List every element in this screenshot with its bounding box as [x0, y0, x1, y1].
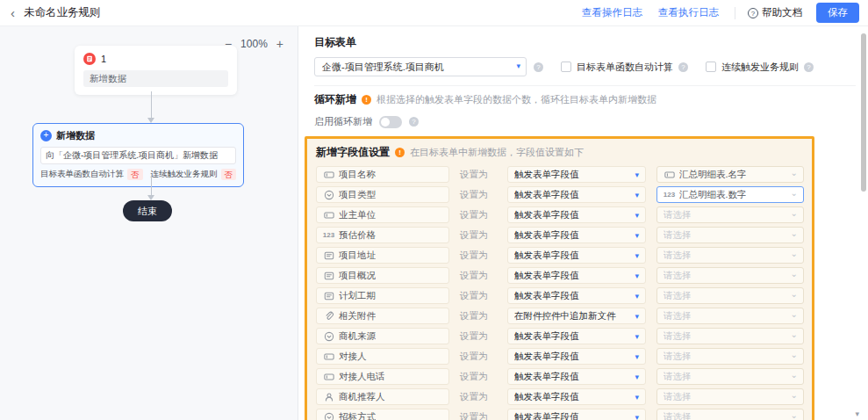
info-icon[interactable]: ?: [804, 62, 814, 72]
value-select[interactable]: 请选择 ⌄: [656, 348, 804, 365]
value-select[interactable]: 请选择 ⌄: [656, 267, 804, 284]
input-icon: [323, 209, 334, 221]
scrollbar-thumb[interactable]: [861, 33, 866, 192]
trigger-node[interactable]: 1 新增数据: [75, 46, 237, 95]
chevron-down-icon: ⌄: [791, 309, 798, 319]
value-select[interactable]: 请选择 ⌄: [656, 328, 804, 344]
value-select[interactable]: 请选择 ⌄: [656, 227, 804, 243]
mode-select[interactable]: 触发表单字段值 ▾: [507, 287, 646, 304]
scroll-down-icon[interactable]: ▾: [855, 409, 859, 418]
value-select[interactable]: 请选择 ⌄: [656, 409, 804, 420]
field-setting-row: 计划工期 设置为 触发表单字段值 ▾ 请选择 ⌄: [316, 287, 803, 304]
set-as-label: 设置为: [460, 169, 497, 181]
add-node-meta: 目标表单函数自动计算 否 连续触发业务规则 否: [40, 169, 236, 180]
end-node[interactable]: 结束: [123, 200, 172, 221]
number-icon: 123: [664, 189, 675, 200]
field-setting-row: 对接人电话 设置为 触发表单字段值 ▾ 请选择 ⌄: [316, 368, 803, 385]
field-name: 业主单位: [316, 206, 449, 223]
meta-label: 连续触发业务规则: [151, 169, 218, 180]
value-select[interactable]: 123 汇总明细表.数字 ⌄: [656, 186, 804, 203]
top-bar: ‹ 未命名业务规则 查看操作日志 查看执行日志 ? 帮助文档 保存: [0, 0, 868, 26]
mode-select[interactable]: 触发表单字段值 ▾: [507, 388, 646, 405]
info-icon[interactable]: ?: [678, 62, 688, 72]
caret-down-icon: ▾: [635, 211, 639, 220]
value-select[interactable]: 汇总明细表.名字 ⌄: [656, 166, 804, 183]
mode-select[interactable]: 触发表单字段值 ▾: [507, 186, 646, 203]
set-as-label: 设置为: [460, 411, 497, 420]
caret-down-icon: ▾: [635, 292, 639, 301]
mode-select[interactable]: 触发表单字段值 ▾: [507, 247, 646, 264]
config-panel: 目标表单 企微-项目管理系统.项目商机 ▾ ? 目标表单函数自动计算 ? 连续触…: [298, 26, 868, 420]
set-as-label: 设置为: [460, 310, 497, 322]
help-doc-label: 帮助文档: [762, 6, 802, 19]
field-name: 招标方式: [316, 409, 449, 420]
value-select[interactable]: 请选择 ⌄: [656, 308, 804, 324]
help-doc-button[interactable]: ? 帮助文档: [748, 6, 802, 19]
warning-icon: !: [395, 148, 405, 157]
chevron-down-icon: ⌄: [791, 410, 798, 420]
back-icon[interactable]: ‹: [11, 6, 15, 19]
zoom-in-button[interactable]: +: [276, 37, 283, 51]
mode-select[interactable]: 触发表单字段值 ▾: [507, 206, 646, 223]
field-setting-row: 项目概况 设置为 触发表单字段值 ▾ 请选择 ⌄: [316, 267, 803, 284]
target-form-label: 目标表单: [314, 35, 856, 50]
field-setting-row: 招标方式 设置为 触发表单字段值 ▾ 请选择 ⌄: [316, 409, 803, 420]
chevron-down-icon: ⌄: [791, 228, 798, 238]
flow-canvas: − 100% + 1 新增数据 + 新增数据 向「企微-项目管理系统.项目商机」…: [0, 26, 298, 420]
field-settings-hint: 在目标表单中新增数据，字段值设置如下: [410, 146, 584, 159]
mode-select[interactable]: 触发表单字段值 ▾: [507, 166, 646, 183]
enable-loop-toggle[interactable]: [379, 116, 402, 128]
question-circle-icon: ?: [748, 8, 758, 18]
field-setting-row: 商机来源 设置为 触发表单字段值 ▾ 请选择 ⌄: [316, 328, 803, 344]
add-node-description: 向「企微-项目管理系统.项目商机」新增数据: [40, 147, 236, 164]
add-node-icon: +: [40, 130, 52, 141]
view-execution-log-link[interactable]: 查看执行日志: [658, 6, 719, 19]
caret-down-icon: ▾: [635, 312, 639, 321]
value-select[interactable]: 请选择 ⌄: [656, 206, 804, 223]
mode-select[interactable]: 触发表单字段值 ▾: [507, 409, 646, 420]
zoom-level: 100%: [240, 38, 268, 50]
caret-down-icon: ▾: [516, 62, 520, 70]
target-form-select[interactable]: 企微-项目管理系统.项目商机 ▾: [314, 57, 527, 76]
mode-select[interactable]: 触发表单字段值 ▾: [507, 368, 646, 385]
connector-line: [151, 91, 152, 119]
mode-select[interactable]: 在附件控件中追加新文件 ▾: [507, 308, 646, 324]
trigger-icon: [83, 53, 96, 65]
caret-down-icon: ▾: [635, 170, 639, 179]
mode-select[interactable]: 触发表单字段值 ▾: [507, 348, 646, 365]
chevron-down-icon: ⌄: [791, 168, 798, 177]
add-data-node-selected[interactable]: + 新增数据 向「企微-项目管理系统.项目商机」新增数据 目标表单函数自动计算 …: [32, 123, 244, 187]
trigger-node-body[interactable]: 新增数据: [83, 70, 228, 87]
add-node-title: 新增数据: [56, 129, 95, 142]
caret-down-icon: ▾: [635, 272, 639, 280]
input-icon: [323, 351, 334, 362]
set-as-label: 设置为: [460, 371, 497, 383]
value-select[interactable]: 请选择 ⌄: [656, 368, 804, 385]
set-as-label: 设置为: [460, 351, 497, 363]
chevron-down-icon: ⌄: [791, 208, 798, 218]
mode-select[interactable]: 触发表单字段值 ▾: [507, 267, 646, 284]
mode-select[interactable]: 触发表单字段值 ▾: [507, 328, 646, 344]
caret-down-icon: ▾: [635, 352, 639, 361]
chevron-down-icon: ⌄: [791, 289, 798, 299]
save-button[interactable]: 保存: [816, 3, 859, 23]
value-select[interactable]: 请选择 ⌄: [656, 247, 804, 264]
field-name: 计划工期: [316, 287, 449, 304]
chain-trigger-checkbox[interactable]: [706, 62, 716, 72]
field-settings-section: 新增字段值设置 ! 在目标表单中新增数据，字段值设置如下 项目名称 设置为 触发…: [305, 136, 814, 420]
set-as-label: 设置为: [460, 250, 497, 262]
meta-no-badge: 否: [127, 169, 143, 180]
select-icon: [323, 411, 334, 420]
info-icon[interactable]: ?: [534, 62, 543, 72]
field-setting-row: 123 预估价格 设置为 触发表单字段值 ▾ 请选择 ⌄: [316, 227, 803, 243]
field-name: 项目类型: [316, 186, 449, 203]
info-icon[interactable]: ?: [409, 117, 419, 127]
auto-calc-checkbox[interactable]: [561, 62, 571, 72]
field-settings-title: 新增字段值设置: [316, 145, 390, 160]
value-select[interactable]: 请选择 ⌄: [656, 388, 804, 405]
field-name: 相关附件: [316, 308, 449, 324]
auto-calc-label: 目标表单函数自动计算: [577, 61, 673, 74]
value-select[interactable]: 请选择 ⌄: [656, 287, 804, 304]
mode-select[interactable]: 触发表单字段值 ▾: [507, 227, 646, 243]
view-operation-log-link[interactable]: 查看操作日志: [582, 6, 642, 19]
